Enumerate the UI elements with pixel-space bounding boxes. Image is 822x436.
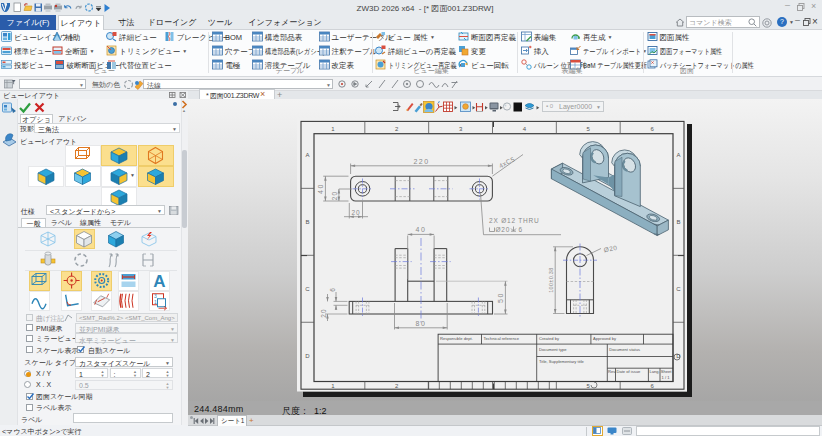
svg-text:20: 20 bbox=[331, 191, 338, 200]
svg-text:B: B bbox=[676, 219, 680, 225]
svg-text:100±0.38: 100±0.38 bbox=[548, 267, 554, 292]
svg-text:6: 6 bbox=[329, 288, 336, 292]
svg-text:80: 80 bbox=[416, 320, 427, 327]
svg-text:6: 6 bbox=[519, 226, 523, 233]
svg-text:20: 20 bbox=[351, 209, 360, 216]
svg-text:Ø20: Ø20 bbox=[496, 226, 511, 233]
svg-text:C: C bbox=[305, 286, 310, 292]
svg-text:B: B bbox=[305, 219, 309, 225]
svg-text:A: A bbox=[153, 272, 165, 291]
svg-text:Rev.: Rev. bbox=[608, 369, 616, 374]
svg-text:50: 50 bbox=[497, 292, 504, 303]
svg-text:Created by: Created by bbox=[539, 336, 560, 341]
svg-text:Date of issue: Date of issue bbox=[617, 369, 642, 374]
svg-text:40: 40 bbox=[317, 183, 324, 194]
svg-text:Responsible dept.: Responsible dept. bbox=[440, 336, 473, 341]
svg-text:Sheet: Sheet bbox=[661, 369, 673, 374]
svg-text:C: C bbox=[676, 286, 681, 292]
svg-text:Title, Supplementary title: Title, Supplementary title bbox=[539, 359, 585, 364]
svg-text:Approved by: Approved by bbox=[593, 336, 617, 341]
svg-text:20: 20 bbox=[320, 308, 327, 317]
svg-text:D: D bbox=[305, 353, 310, 359]
svg-text:Document status: Document status bbox=[609, 347, 640, 352]
svg-text:Lang.: Lang. bbox=[650, 369, 660, 374]
svg-text:220: 220 bbox=[413, 158, 429, 165]
svg-text:Technical reference: Technical reference bbox=[484, 336, 520, 341]
svg-text:2X Ø12 THRU: 2X Ø12 THRU bbox=[489, 217, 540, 224]
svg-text:1 / 1: 1 / 1 bbox=[662, 375, 671, 380]
svg-text:Document type: Document type bbox=[539, 347, 567, 352]
svg-text:A: A bbox=[305, 152, 309, 158]
svg-text:40: 40 bbox=[416, 226, 427, 233]
svg-text:A: A bbox=[676, 152, 680, 158]
svg-text:1: 1 bbox=[154, 299, 157, 305]
